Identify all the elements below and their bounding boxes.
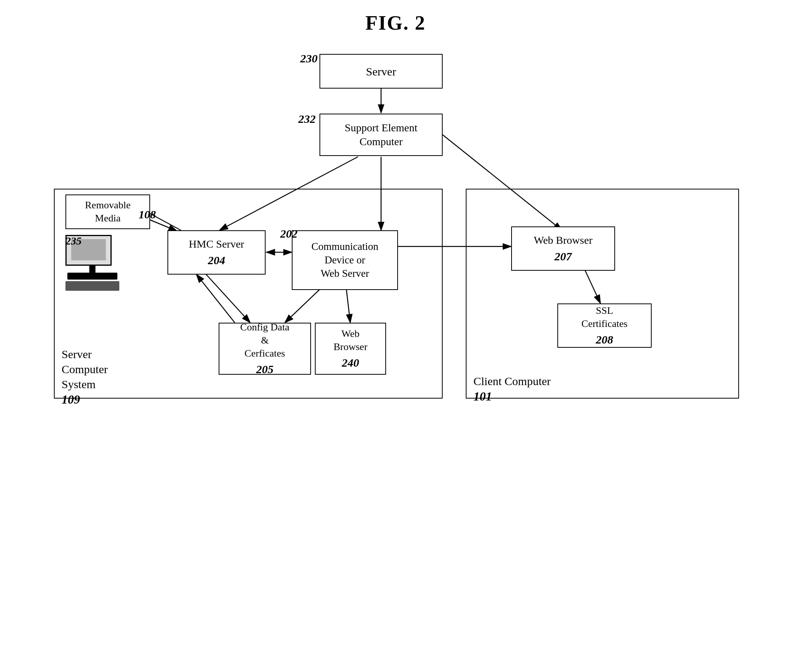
server-box: Server [319,54,443,89]
web-browser-client-box: Web Browser 207 [511,226,615,271]
support-element-box: Support ElementComputer [319,114,443,156]
num-108: 108 [139,208,156,221]
comm-device-box: CommunicationDevice orWeb Server [292,230,398,290]
client-computer-label: Client Computer 101 [473,374,551,405]
web-browser-local-box: WebBrowser 240 [315,323,386,375]
page-title: FIG. 2 [0,0,791,42]
support-element-num: 232 [298,112,316,126]
ssl-certs-box: SSLCertificates 208 [557,303,652,348]
removable-media-box: RemovableMedia [65,194,150,229]
server-computer-system-label: ServerComputerSystem 109 [62,347,108,408]
hmc-server-box: HMC Server 204 [167,230,266,275]
client-computer-container [466,189,739,399]
num-235: 235 [65,235,82,247]
server-num: 230 [300,52,318,65]
num-202: 202 [280,227,298,240]
config-data-box: Config Data&Cerficates 205 [219,323,311,375]
